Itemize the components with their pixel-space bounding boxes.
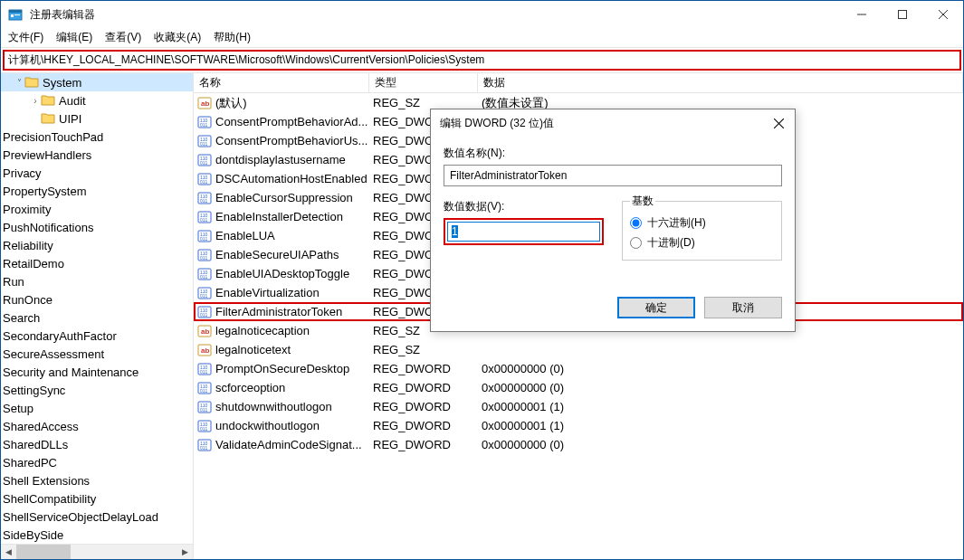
radio-dec-input[interactable]: [630, 237, 642, 249]
menu-edit[interactable]: 编辑(E): [56, 30, 92, 45]
tree-item[interactable]: SideBySide: [1, 526, 193, 544]
col-data[interactable]: 数据: [478, 73, 963, 92]
menu-view[interactable]: 查看(V): [105, 30, 141, 45]
row-name: EnableInstallerDetection: [215, 210, 343, 223]
tree-item[interactable]: Privacy: [1, 164, 193, 182]
svg-text:011: 011: [200, 293, 208, 299]
binary-value-icon: 110011: [197, 267, 212, 281]
tree-item[interactable]: SecureAssessment: [1, 345, 193, 363]
radio-dec[interactable]: 十进制(D): [630, 233, 774, 252]
svg-text:ab: ab: [201, 327, 209, 336]
table-row[interactable]: 110011scforceoptionREG_DWORD0x00000000 (…: [194, 378, 963, 397]
tree-item-audit[interactable]: › Audit: [1, 91, 193, 109]
expand-icon[interactable]: ›: [30, 96, 41, 106]
address-bar[interactable]: [3, 50, 961, 71]
value-data-field[interactable]: [447, 222, 600, 242]
tree-item[interactable]: SharedPC: [1, 453, 193, 471]
tree-item[interactable]: Search: [1, 308, 193, 327]
table-row[interactable]: 110011PromptOnSecureDesktopREG_DWORD0x00…: [194, 359, 963, 378]
col-type[interactable]: 类型: [369, 73, 478, 92]
tree-item[interactable]: ShellServiceObjectDelayLoad: [1, 508, 193, 526]
app-icon: [8, 7, 23, 22]
dialog-close-button[interactable]: [766, 113, 791, 133]
row-type: REG_SZ: [369, 343, 478, 356]
menu-help[interactable]: 帮助(H): [214, 30, 251, 45]
tree-item[interactable]: RetailDemo: [1, 254, 193, 272]
table-row[interactable]: 110011ValidateAdminCodeSignat...REG_DWOR…: [194, 435, 963, 454]
tree-item[interactable]: RunOnce: [1, 290, 193, 308]
tree-item[interactable]: Shell Extensions: [1, 471, 193, 489]
tree-label: System: [43, 76, 81, 90]
svg-text:011: 011: [200, 407, 208, 413]
svg-text:011: 011: [200, 255, 208, 261]
row-name: PromptOnSecureDesktop: [215, 362, 349, 375]
tree-item[interactable]: SecondaryAuthFactor: [1, 327, 193, 345]
svg-text:011: 011: [200, 274, 208, 280]
close-button[interactable]: [922, 1, 963, 28]
row-name: EnableCursorSuppression: [215, 191, 353, 204]
folder-icon: [41, 94, 55, 107]
tree-item-system[interactable]: ˅ System: [1, 73, 193, 91]
ok-button[interactable]: 确定: [617, 297, 695, 318]
edit-dword-dialog: 编辑 DWORD (32 位)值 数值名称(N): 数值数据(V): 基数: [430, 109, 796, 332]
row-type: REG_DWORD: [369, 381, 478, 394]
radio-hex-input[interactable]: [630, 217, 642, 229]
cancel-button[interactable]: 取消: [704, 297, 782, 318]
svg-text:011: 011: [200, 369, 208, 375]
tree-item[interactable]: SettingSync: [1, 381, 193, 399]
address-input[interactable]: [8, 54, 956, 67]
tree-item[interactable]: ShellCompatibility: [1, 489, 193, 508]
tree-item[interactable]: Reliability: [1, 236, 193, 254]
svg-text:011: 011: [200, 160, 208, 166]
menu-favorites[interactable]: 收藏夹(A): [154, 30, 201, 45]
collapse-icon[interactable]: ˅: [14, 78, 24, 88]
tree-item-uipi[interactable]: UIPI: [1, 109, 193, 128]
tree-pane[interactable]: ˅ System › Audit UIPI PrecisionTouchPadP…: [1, 73, 194, 559]
radio-hex[interactable]: 十六进制(H): [630, 213, 774, 233]
scroll-right-icon[interactable]: ▶: [177, 545, 193, 559]
svg-text:011: 011: [200, 198, 208, 204]
folder-icon: [41, 112, 55, 125]
menu-file[interactable]: 文件(F): [8, 30, 43, 45]
tree-item[interactable]: Proximity: [1, 200, 193, 218]
svg-text:011: 011: [200, 445, 208, 451]
regedit-window: 注册表编辑器 文件(F) 编辑(E) 查看(V) 收藏夹(A) 帮助(H) ˅ …: [0, 0, 964, 560]
tree-item[interactable]: PrecisionTouchPad: [1, 128, 193, 146]
row-data: 0x00000000 (0): [478, 438, 963, 451]
row-data: 0x00000000 (0): [478, 362, 963, 375]
value-data-label: 数值数据(V):: [444, 199, 604, 214]
row-name: undockwithoutlogon: [215, 419, 320, 432]
scroll-left-icon[interactable]: ◀: [1, 545, 16, 559]
row-name: ConsentPromptBehaviorUs...: [215, 134, 367, 147]
value-name-field[interactable]: [444, 165, 782, 186]
string-value-icon: ab: [197, 343, 212, 357]
tree-item[interactable]: Run: [1, 272, 193, 290]
svg-text:011: 011: [200, 217, 208, 223]
row-name: scforceoption: [215, 381, 285, 394]
menubar: 文件(F) 编辑(E) 查看(V) 收藏夹(A) 帮助(H): [1, 28, 963, 48]
minimize-button[interactable]: [841, 1, 882, 28]
tree-item[interactable]: SharedDLLs: [1, 435, 193, 453]
list-header: 名称 类型 数据: [194, 73, 963, 93]
table-row[interactable]: ablegalnoticetextREG_SZ: [194, 340, 963, 359]
maximize-button[interactable]: [882, 1, 922, 28]
dialog-titlebar[interactable]: 编辑 DWORD (32 位)值: [431, 109, 795, 137]
tree-item[interactable]: SharedAccess: [1, 417, 193, 435]
base-legend: 基数: [630, 194, 655, 209]
tree-item[interactable]: Setup: [1, 399, 193, 417]
col-name[interactable]: 名称: [194, 73, 369, 92]
tree-item[interactable]: PropertySystem: [1, 182, 193, 200]
table-row[interactable]: 110011undockwithoutlogonREG_DWORD0x00000…: [194, 416, 963, 435]
tree-hscrollbar[interactable]: ◀ ▶: [1, 544, 193, 559]
tree-item[interactable]: PreviewHandlers: [1, 146, 193, 164]
binary-value-icon: 110011: [197, 381, 212, 395]
row-type: REG_DWORD: [369, 438, 478, 451]
svg-text:011: 011: [200, 179, 208, 185]
binary-value-icon: 110011: [197, 400, 212, 414]
scroll-thumb[interactable]: [16, 545, 71, 559]
tree-item[interactable]: PushNotifications: [1, 218, 193, 236]
table-row[interactable]: 110011shutdownwithoutlogonREG_DWORD0x000…: [194, 397, 963, 416]
binary-value-icon: 110011: [197, 115, 212, 129]
binary-value-icon: 110011: [197, 229, 212, 243]
tree-item[interactable]: Security and Maintenance: [1, 363, 193, 381]
